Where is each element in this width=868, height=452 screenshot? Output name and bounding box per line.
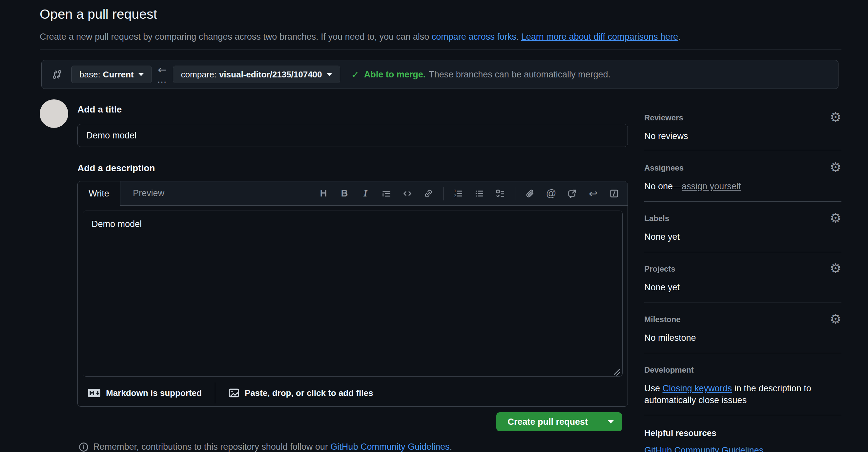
markdown-supported-button[interactable]: Markdown is supported [88,388,202,398]
markdown-editor: Write Preview H B I [78,181,628,407]
sidebar-section-helpful-resources: Helpful resources GitHub Community Guide… [644,428,841,438]
paperclip-icon[interactable] [524,186,536,201]
compare-label: compare: [181,69,217,80]
subtitle-suffix: . [678,32,681,42]
merge-status-ok: Able to merge. [364,69,426,80]
base-label: base: [80,69,100,80]
section-title: Labels [644,214,841,223]
contribution-guideline-note: Remember, contributions to this reposito… [78,441,452,452]
editor-toolbar: H B I [309,182,627,205]
sidebar-divider [644,353,841,353]
create-pr-row: Create pull request [496,412,622,431]
chevron-down-icon [327,73,332,76]
section-value: No reviews [644,130,688,142]
gear-icon[interactable]: ⚙ [830,211,841,224]
git-compare-icon [52,69,63,80]
gear-icon[interactable]: ⚙ [830,312,841,325]
gear-icon[interactable]: ⚙ [830,161,841,174]
base-branch-name: Current [103,69,134,80]
markdown-note: Markdown is supported [106,388,202,398]
cross-reference-icon[interactable] [566,186,578,201]
sidebar-section-assignees: Assignees ⚙ No one—assign yourself [644,163,841,172]
section-title: Milestone [644,315,841,324]
section-title: Reviewers [644,113,841,122]
create-pull-request-button[interactable]: Create pull request [496,412,599,431]
ellipsis-dots: … [157,74,167,84]
section-title: Helpful resources [644,428,841,438]
svg-text:2: 2 [454,194,456,197]
merge-status: ✓ Able to merge. These branches can be a… [351,69,611,80]
tab-preview[interactable]: Preview [120,182,177,205]
resize-handle-icon[interactable] [612,367,621,376]
page-subtitle: Create a new pull request by comparing c… [40,31,681,43]
sidebar-section-labels: Labels ⚙ None yet [644,214,841,223]
markdown-icon [88,388,101,397]
create-pull-request-split-button: Create pull request [496,412,622,431]
base-branch-selector[interactable]: base: Current [71,66,152,83]
section-value: No one—assign yourself [644,181,741,192]
section-value: GitHub Community Guidelines [644,445,763,452]
check-icon: ✓ [351,69,360,80]
title-heading: Add a title [78,104,628,115]
reply-icon[interactable]: ↩ [587,186,599,201]
sidebar-divider [644,252,841,252]
sidebar-section-milestone: Milestone ⚙ No milestone [644,315,841,324]
task-list-icon[interactable] [494,186,506,201]
assign-yourself-link[interactable]: assign yourself [682,182,741,191]
heading-icon[interactable]: H [317,186,330,201]
merge-status-detail: These branches can be automatically merg… [429,69,611,80]
closing-keywords-link[interactable]: Closing keywords [663,383,732,393]
attach-note: Paste, drop, or click to add files [245,388,373,398]
gear-icon[interactable]: ⚙ [830,110,841,124]
branch-direction-indicator: ← … [157,65,167,84]
learn-more-diff-link[interactable]: Learn more about diff comparisons here [521,32,678,42]
sidebar-section-development: Development Use Closing keywords in the … [644,365,841,375]
community-guidelines-link[interactable]: GitHub Community Guidelines [330,442,450,452]
italic-icon[interactable]: I [359,186,372,201]
footer-divider [215,383,215,403]
link-icon[interactable] [422,186,435,201]
description-textarea[interactable]: Demo model [83,211,623,377]
title-input[interactable] [78,124,628,147]
avatar [40,99,68,128]
create-pr-options-button[interactable] [599,412,622,431]
header-divider [40,50,841,50]
gear-icon[interactable]: ⚙ [830,262,841,275]
section-title: Assignees [644,163,841,172]
pull-request-form: Add a title Add a description Write Prev… [78,104,628,115]
compare-branch-selector[interactable]: compare: visual-editor/2135/107400 [173,66,340,83]
code-icon[interactable] [401,186,414,201]
svg-text:1: 1 [454,189,456,193]
image-icon [228,387,240,398]
quote-icon[interactable] [380,186,393,201]
section-value: Use Closing keywords in the description … [644,383,841,406]
github-community-guidelines-link[interactable]: GitHub Community Guidelines [644,446,763,452]
section-value: None yet [644,282,680,293]
sidebar-divider [644,415,841,415]
description-heading: Add a description [78,163,155,173]
section-title: Projects [644,264,841,273]
compare-across-forks-link[interactable]: compare across forks [432,32,516,42]
mention-icon[interactable]: @ [545,186,557,201]
subtitle-mid: . [516,32,521,42]
page-title: Open a pull request [40,5,157,23]
sidebar-divider [644,150,841,150]
note-text: Remember, contributions to this reposito… [93,441,452,452]
slash-command-icon[interactable] [608,186,620,201]
section-value: None yet [644,231,680,243]
attach-files-button[interactable]: Paste, drop, or click to add files [228,387,373,398]
bold-icon[interactable]: B [338,186,351,201]
editor-header: Write Preview H B I [78,182,627,206]
info-icon [79,442,89,452]
chevron-down-icon [608,420,614,423]
sidebar: Reviewers ⚙ No reviews Assignees ⚙ No on… [644,102,841,452]
editor-body: Demo model [78,206,627,378]
editor-footer: Markdown is supported Paste, drop, or cl… [78,378,627,408]
sidebar-divider [644,302,841,302]
ordered-list-icon[interactable]: 1 2 [452,186,465,201]
unordered-list-icon[interactable] [473,186,486,201]
branch-compare-bar: base: Current ← … compare: visual-editor… [41,60,838,89]
tab-write[interactable]: Write [78,182,120,206]
section-title: Development [644,365,841,375]
toolbar-divider [443,187,443,200]
